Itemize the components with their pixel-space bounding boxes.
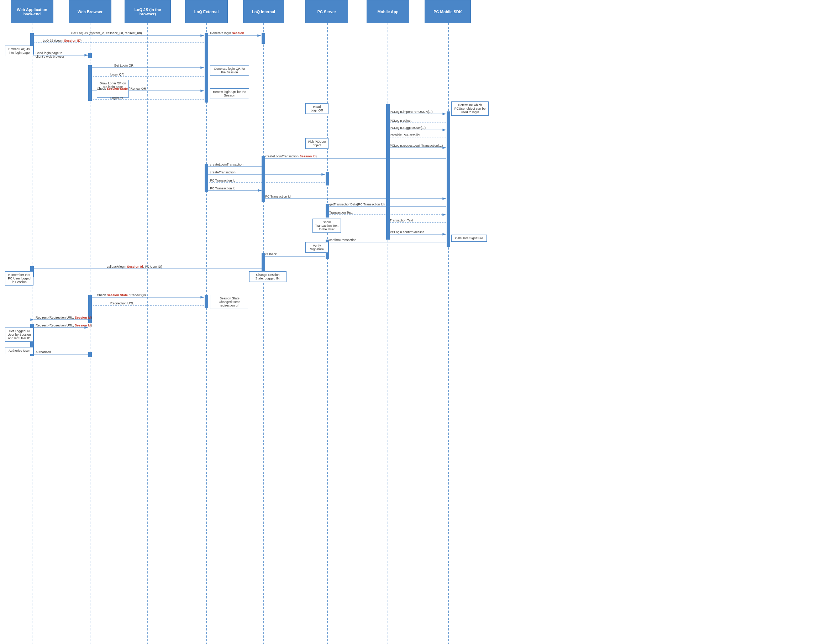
msg-confirm-transaction: confirmTransaction: [329, 238, 356, 242]
header-pc-mobile-sdk: PC Mobile SDK: [425, 0, 471, 23]
activation-loq-internal-1: [261, 33, 265, 44]
msg-transaction-text-1: Transaction Text: [329, 211, 353, 214]
msg-authorized: Authorized: [36, 350, 51, 354]
header-web-browser: Web Browser: [69, 0, 111, 23]
header-loq-internal: LoQ Internal: [243, 0, 284, 23]
activation-web-browser-1: [88, 53, 92, 58]
note-calculate-signature: Calculate Signature: [451, 235, 487, 242]
msg-get-transaction-data: getTransactionData(PC Transaction Id): [329, 203, 385, 206]
note-session-state-changed: Session State Changed: send redirection …: [210, 295, 249, 309]
header-pc-server: PC Server: [305, 0, 348, 23]
header-loq-js: LoQ JS (in the browser): [124, 0, 171, 23]
msg-redirect-2: Redirect (Redirection URL, Session Id): [36, 324, 92, 327]
msg-check-session-state-2: Check Session State / Renew QR: [97, 293, 146, 297]
note-get-logged-in-user: Get Logged IN User by Session and PC Use…: [5, 327, 33, 342]
activation-pc-server-2: [326, 204, 329, 217]
activation-web-browser-4: [88, 352, 92, 357]
msg-callback: callback: [265, 252, 277, 256]
msg-redirection-url: Redirection URL: [110, 302, 134, 305]
activation-loq-external-1: [205, 33, 208, 103]
activation-web-browser-2: [88, 65, 92, 101]
header-loq-external: LoQ External: [185, 0, 228, 23]
note-generate-login-qr: Generate login QR for the Session: [210, 65, 249, 76]
msg-redirect-1: Redirect (Redirection URL, Session Id): [36, 316, 92, 319]
sequence-diagram: Web Application back-end Web Browser LoQ…: [0, 0, 836, 644]
msg-login-qr: Login QR: [110, 73, 124, 76]
header-mobile-app: Mobile App: [367, 0, 409, 23]
header-web-backend: Web Application back-end: [11, 0, 53, 23]
msg-create-transaction: createTransaction: [210, 170, 235, 174]
msg-callback-web: callback(login Session Id, PC User ID): [107, 265, 162, 268]
msg-get-login-qr: Get Login QR: [114, 64, 134, 67]
activation-loq-internal-2: [261, 156, 265, 202]
activation-loq-external-3: [205, 295, 208, 308]
note-read-loginqr: Read LoginQR: [305, 103, 328, 114]
activation-mobile-app-1: [386, 104, 390, 240]
note-authorize-user: Authorize User: [5, 347, 33, 354]
msg-create-login-transaction-2: createLoginTransaction: [210, 163, 243, 166]
msg-check-session-state-1: Check Session State / Renew QR: [97, 87, 146, 90]
msg-pc-transaction-id-1: PC Transaction Id: [210, 179, 235, 182]
msg-pc-transaction-id-3: PC Transaction Id: [265, 195, 291, 198]
msg-transaction-text-2: Transaction Text: [390, 219, 413, 222]
msg-pc-transaction-id-2: PC Transaction Id: [210, 186, 235, 190]
msg-pclogin-suggest: PCLogin.suggestUser(...): [390, 126, 426, 129]
note-change-session-state: Change Session State: Logged IN.: [249, 271, 286, 282]
msg-pclogin-import: PCLogin.importFromJSON(...): [390, 110, 433, 114]
note-determine-pcuser: Determine which PCUser object can be use…: [451, 101, 489, 116]
msg-pclogin-request: PCLogin.requestLoginTransaction(...): [390, 144, 443, 147]
msg-get-loq-js: Get LoQ JS (system_id, callback_url, red…: [71, 31, 142, 35]
note-renew-login-qr: Renew login QR for the Session: [210, 88, 249, 99]
note-remember: Remember that PC User logged in Session: [5, 271, 33, 286]
msg-create-login-transaction: createLoginTransaction(Session Id): [265, 155, 317, 158]
activation-loq-external-2: [205, 164, 208, 192]
msg-pclogin-object: PCLogin object: [390, 119, 411, 123]
note-pick-pcuser: Pick PCUser object: [305, 138, 328, 149]
activation-pc-server-1: [326, 172, 329, 185]
msg-send-login-page: Send login page toclient's web browser: [36, 51, 64, 58]
msg-loq-js-login-session-id: LoQ JS (Login Session ID): [43, 39, 82, 42]
activation-pc-mobile-sdk-1: [447, 111, 450, 247]
activation-loq-internal-3: [261, 253, 265, 272]
note-show-transaction-text: Show Transaction Text to the User: [312, 219, 341, 233]
msg-login-qr-2: LoginQR: [110, 96, 123, 100]
msg-generate-login-session: Generate login Session: [210, 31, 244, 35]
note-embed-loq-js: Embed LoQ JS into login page: [5, 46, 33, 56]
note-verify-signature: Verify Signature: [305, 242, 328, 253]
msg-possible-pcusers: Possible PCUsers list: [390, 133, 420, 137]
msg-pclogin-confirm: PCLogin.confirm/decline: [390, 230, 425, 234]
